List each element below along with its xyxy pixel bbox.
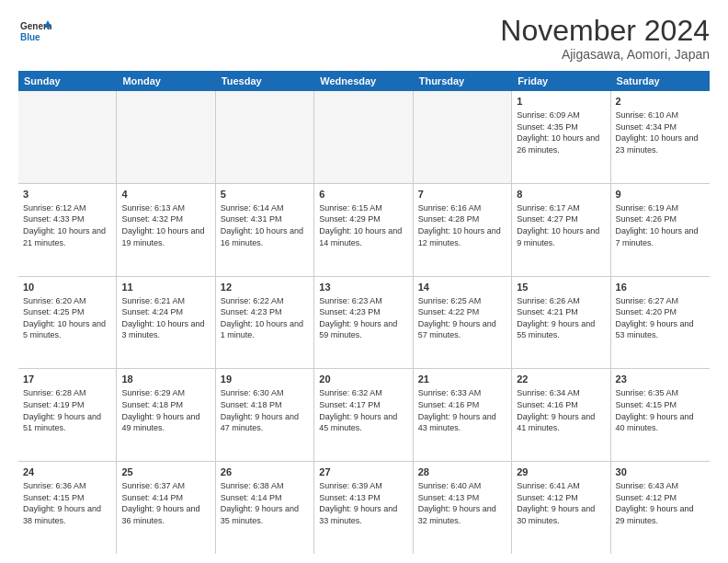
- calendar-cell: 28Sunrise: 6:40 AM Sunset: 4:13 PM Dayli…: [414, 462, 512, 554]
- day-info: Sunrise: 6:34 AM Sunset: 4:16 PM Dayligh…: [517, 387, 605, 433]
- calendar-cell: 8Sunrise: 6:17 AM Sunset: 4:27 PM Daylig…: [512, 184, 610, 276]
- day-info: Sunrise: 6:19 AM Sunset: 4:26 PM Dayligh…: [616, 202, 705, 248]
- day-number: 12: [221, 281, 309, 294]
- day-number: 15: [517, 281, 605, 294]
- page: General Blue November 2024 Ajigasawa, Ao…: [0, 0, 728, 563]
- day-info: Sunrise: 6:36 AM Sunset: 4:15 PM Dayligh…: [23, 480, 111, 526]
- calendar: Sunday Monday Tuesday Wednesday Thursday…: [18, 71, 710, 554]
- calendar-cell: [216, 91, 314, 183]
- calendar-row: 17Sunrise: 6:28 AM Sunset: 4:19 PM Dayli…: [18, 369, 710, 462]
- logo: General Blue: [18, 15, 51, 48]
- day-info: Sunrise: 6:16 AM Sunset: 4:28 PM Dayligh…: [418, 202, 506, 248]
- day-number: 8: [517, 188, 605, 201]
- calendar-cell: 7Sunrise: 6:16 AM Sunset: 4:28 PM Daylig…: [414, 184, 512, 276]
- day-number: 3: [23, 188, 111, 201]
- day-info: Sunrise: 6:26 AM Sunset: 4:21 PM Dayligh…: [517, 295, 605, 341]
- day-info: Sunrise: 6:12 AM Sunset: 4:33 PM Dayligh…: [23, 202, 111, 248]
- day-info: Sunrise: 6:10 AM Sunset: 4:34 PM Dayligh…: [616, 109, 705, 155]
- day-number: 16: [616, 281, 705, 294]
- day-number: 17: [23, 373, 111, 386]
- calendar-cell: 24Sunrise: 6:36 AM Sunset: 4:15 PM Dayli…: [18, 462, 117, 554]
- calendar-cell: 30Sunrise: 6:43 AM Sunset: 4:12 PM Dayli…: [611, 462, 710, 554]
- day-info: Sunrise: 6:14 AM Sunset: 4:31 PM Dayligh…: [221, 202, 309, 248]
- day-number: 11: [121, 281, 210, 294]
- day-number: 4: [121, 188, 210, 201]
- day-info: Sunrise: 6:38 AM Sunset: 4:14 PM Dayligh…: [221, 480, 309, 526]
- svg-text:Blue: Blue: [20, 32, 40, 42]
- day-number: 20: [319, 373, 407, 386]
- day-number: 13: [319, 281, 407, 294]
- day-info: Sunrise: 6:27 AM Sunset: 4:20 PM Dayligh…: [616, 295, 705, 341]
- calendar-cell: 25Sunrise: 6:37 AM Sunset: 4:14 PM Dayli…: [117, 462, 215, 554]
- header-saturday: Saturday: [611, 71, 710, 91]
- day-info: Sunrise: 6:15 AM Sunset: 4:29 PM Dayligh…: [319, 202, 407, 248]
- calendar-cell: 1Sunrise: 6:09 AM Sunset: 4:35 PM Daylig…: [512, 91, 610, 183]
- day-number: 21: [418, 373, 506, 386]
- calendar-cell: 27Sunrise: 6:39 AM Sunset: 4:13 PM Dayli…: [314, 462, 413, 554]
- calendar-cell: 26Sunrise: 6:38 AM Sunset: 4:14 PM Dayli…: [216, 462, 314, 554]
- title-section: November 2024 Ajigasawa, Aomori, Japan: [500, 15, 710, 62]
- calendar-cell: 3Sunrise: 6:12 AM Sunset: 4:33 PM Daylig…: [18, 184, 117, 276]
- calendar-cell: 2Sunrise: 6:10 AM Sunset: 4:34 PM Daylig…: [611, 91, 710, 183]
- header-sunday: Sunday: [18, 71, 117, 91]
- day-info: Sunrise: 6:20 AM Sunset: 4:25 PM Dayligh…: [23, 295, 111, 341]
- day-number: 6: [319, 188, 407, 201]
- day-info: Sunrise: 6:30 AM Sunset: 4:18 PM Dayligh…: [221, 387, 309, 433]
- calendar-cell: 23Sunrise: 6:35 AM Sunset: 4:15 PM Dayli…: [611, 369, 710, 461]
- day-number: 9: [616, 188, 705, 201]
- calendar-row: 1Sunrise: 6:09 AM Sunset: 4:35 PM Daylig…: [18, 91, 710, 184]
- calendar-cell: [18, 91, 117, 183]
- calendar-cell: 21Sunrise: 6:33 AM Sunset: 4:16 PM Dayli…: [414, 369, 512, 461]
- day-info: Sunrise: 6:35 AM Sunset: 4:15 PM Dayligh…: [616, 387, 705, 433]
- day-number: 28: [418, 465, 506, 479]
- day-info: Sunrise: 6:09 AM Sunset: 4:35 PM Dayligh…: [517, 109, 605, 155]
- header-wednesday: Wednesday: [314, 71, 413, 91]
- day-info: Sunrise: 6:22 AM Sunset: 4:23 PM Dayligh…: [221, 295, 309, 341]
- day-number: 29: [517, 465, 605, 479]
- calendar-cell: 18Sunrise: 6:29 AM Sunset: 4:18 PM Dayli…: [117, 369, 215, 461]
- day-info: Sunrise: 6:25 AM Sunset: 4:22 PM Dayligh…: [418, 295, 506, 341]
- day-number: 24: [23, 465, 111, 479]
- day-number: 22: [517, 373, 605, 386]
- day-info: Sunrise: 6:41 AM Sunset: 4:12 PM Dayligh…: [517, 480, 605, 526]
- header-thursday: Thursday: [414, 71, 512, 91]
- calendar-cell: 17Sunrise: 6:28 AM Sunset: 4:19 PM Dayli…: [18, 369, 117, 461]
- calendar-cell: 29Sunrise: 6:41 AM Sunset: 4:12 PM Dayli…: [512, 462, 610, 554]
- day-info: Sunrise: 6:21 AM Sunset: 4:24 PM Dayligh…: [121, 295, 210, 341]
- calendar-row: 10Sunrise: 6:20 AM Sunset: 4:25 PM Dayli…: [18, 277, 710, 370]
- day-info: Sunrise: 6:29 AM Sunset: 4:18 PM Dayligh…: [121, 387, 210, 433]
- calendar-row: 3Sunrise: 6:12 AM Sunset: 4:33 PM Daylig…: [18, 184, 710, 277]
- day-info: Sunrise: 6:39 AM Sunset: 4:13 PM Dayligh…: [319, 480, 407, 526]
- day-number: 25: [121, 465, 210, 479]
- calendar-cell: 6Sunrise: 6:15 AM Sunset: 4:29 PM Daylig…: [314, 184, 413, 276]
- day-number: 2: [616, 95, 705, 109]
- calendar-cell: 22Sunrise: 6:34 AM Sunset: 4:16 PM Dayli…: [512, 369, 610, 461]
- header-friday: Friday: [512, 71, 610, 91]
- day-info: Sunrise: 6:32 AM Sunset: 4:17 PM Dayligh…: [319, 387, 407, 433]
- day-info: Sunrise: 6:23 AM Sunset: 4:23 PM Dayligh…: [319, 295, 407, 341]
- calendar-cell: 19Sunrise: 6:30 AM Sunset: 4:18 PM Dayli…: [216, 369, 314, 461]
- day-number: 10: [23, 281, 111, 294]
- calendar-cell: 15Sunrise: 6:26 AM Sunset: 4:21 PM Dayli…: [512, 277, 610, 369]
- header: General Blue November 2024 Ajigasawa, Ao…: [18, 15, 710, 62]
- calendar-cell: 5Sunrise: 6:14 AM Sunset: 4:31 PM Daylig…: [216, 184, 314, 276]
- calendar-cell: 14Sunrise: 6:25 AM Sunset: 4:22 PM Dayli…: [414, 277, 512, 369]
- calendar-cell: 10Sunrise: 6:20 AM Sunset: 4:25 PM Dayli…: [18, 277, 117, 369]
- calendar-cell: [314, 91, 413, 183]
- header-monday: Monday: [117, 71, 215, 91]
- calendar-cell: 12Sunrise: 6:22 AM Sunset: 4:23 PM Dayli…: [216, 277, 314, 369]
- calendar-cell: 16Sunrise: 6:27 AM Sunset: 4:20 PM Dayli…: [611, 277, 710, 369]
- location: Ajigasawa, Aomori, Japan: [500, 47, 710, 62]
- calendar-cell: 13Sunrise: 6:23 AM Sunset: 4:23 PM Dayli…: [314, 277, 413, 369]
- day-number: 27: [319, 465, 407, 479]
- day-info: Sunrise: 6:13 AM Sunset: 4:32 PM Dayligh…: [121, 202, 210, 248]
- calendar-cell: 20Sunrise: 6:32 AM Sunset: 4:17 PM Dayli…: [314, 369, 413, 461]
- day-info: Sunrise: 6:40 AM Sunset: 4:13 PM Dayligh…: [418, 480, 506, 526]
- day-number: 7: [418, 188, 506, 201]
- calendar-cell: 4Sunrise: 6:13 AM Sunset: 4:32 PM Daylig…: [117, 184, 215, 276]
- calendar-cell: 9Sunrise: 6:19 AM Sunset: 4:26 PM Daylig…: [611, 184, 710, 276]
- day-info: Sunrise: 6:33 AM Sunset: 4:16 PM Dayligh…: [418, 387, 506, 433]
- header-tuesday: Tuesday: [216, 71, 314, 91]
- calendar-body: 1Sunrise: 6:09 AM Sunset: 4:35 PM Daylig…: [18, 91, 710, 554]
- day-number: 19: [221, 373, 309, 386]
